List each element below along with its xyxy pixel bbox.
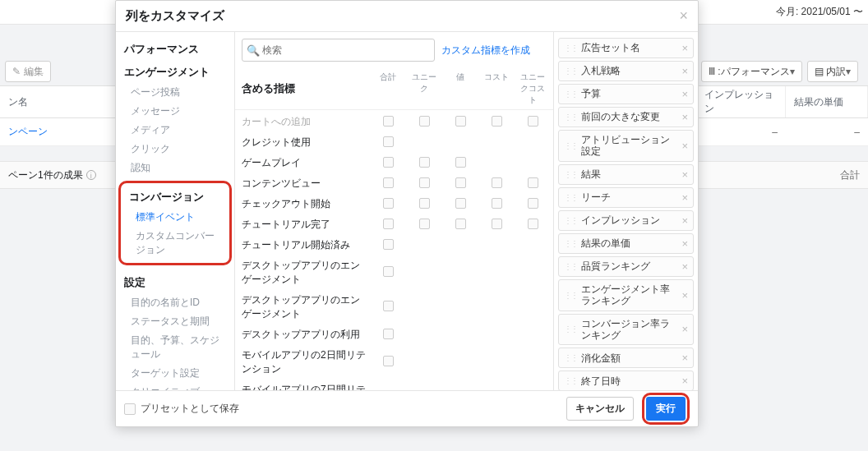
- checkbox-icon[interactable]: [419, 157, 430, 168]
- selected-column-pill[interactable]: ⋮⋮エンゲージメント率ランキング×: [558, 279, 694, 311]
- metric-checkbox-slot[interactable]: [374, 116, 402, 129]
- create-custom-metric-link[interactable]: カスタム指標を作成: [441, 44, 530, 58]
- metric-checkbox-slot[interactable]: [374, 177, 402, 191]
- checkbox-icon[interactable]: [383, 157, 394, 168]
- remove-icon[interactable]: ×: [681, 260, 688, 273]
- checkbox-icon[interactable]: [492, 198, 502, 209]
- metric-checkbox-slot[interactable]: [410, 177, 438, 191]
- remove-icon[interactable]: ×: [681, 111, 688, 123]
- nav-sub-item[interactable]: 目的、予算、スケジュール: [116, 331, 234, 364]
- nav-sub-item[interactable]: クリック: [116, 140, 234, 159]
- drag-handle-icon[interactable]: ⋮⋮: [564, 170, 577, 179]
- remove-icon[interactable]: ×: [681, 140, 688, 152]
- nav-sub-item[interactable]: メッセージ: [116, 102, 234, 121]
- metric-checkbox-slot[interactable]: [446, 116, 474, 129]
- nav-sub-item[interactable]: メディア: [116, 121, 234, 140]
- drag-handle-icon[interactable]: ⋮⋮: [564, 291, 577, 300]
- remove-icon[interactable]: ×: [681, 214, 688, 227]
- nav-sub-item[interactable]: ステータスと期間: [116, 312, 234, 331]
- checkbox-icon[interactable]: [528, 198, 538, 209]
- checkbox-icon[interactable]: [383, 356, 394, 366]
- checkbox-icon[interactable]: [455, 177, 466, 188]
- checkbox-icon[interactable]: [383, 219, 394, 229]
- checkbox-icon[interactable]: [383, 177, 394, 188]
- save-as-preset[interactable]: プリセットとして保存: [124, 402, 239, 416]
- drag-handle-icon[interactable]: ⋮⋮: [564, 141, 577, 150]
- remove-icon[interactable]: ×: [681, 65, 688, 77]
- metric-checkbox-slot[interactable]: [446, 198, 474, 211]
- selected-column-pill[interactable]: ⋮⋮結果の単価×: [558, 233, 694, 254]
- remove-icon[interactable]: ×: [681, 168, 688, 181]
- checkbox-icon[interactable]: [419, 219, 430, 229]
- remove-icon[interactable]: ×: [681, 289, 688, 301]
- checkbox-icon[interactable]: [528, 219, 538, 229]
- checkbox-icon[interactable]: [419, 198, 430, 209]
- drag-handle-icon[interactable]: ⋮⋮: [564, 353, 577, 362]
- drag-handle-icon[interactable]: ⋮⋮: [564, 44, 577, 53]
- close-icon[interactable]: ×: [679, 7, 688, 25]
- remove-icon[interactable]: ×: [681, 323, 688, 335]
- selected-column-pill[interactable]: ⋮⋮インプレッション×: [558, 210, 694, 231]
- metric-checkbox-slot[interactable]: [446, 219, 474, 232]
- selected-columns-panel[interactable]: ⋮⋮広告セット名×⋮⋮入札戦略×⋮⋮予算×⋮⋮前回の大きな変更×⋮⋮アトリビュー…: [554, 32, 698, 390]
- selected-column-pill[interactable]: ⋮⋮コンバージョン率ランキング×: [558, 314, 694, 346]
- checkbox-icon[interactable]: [455, 116, 466, 127]
- remove-icon[interactable]: ×: [681, 352, 688, 364]
- metric-checkbox-slot[interactable]: [519, 116, 547, 129]
- nav-sub-item[interactable]: ターゲット設定: [116, 364, 234, 383]
- cancel-button[interactable]: キャンセル: [566, 397, 634, 421]
- checkbox-icon[interactable]: [383, 198, 394, 209]
- nav-sub-item[interactable]: 標準イベント: [121, 208, 229, 227]
- remove-icon[interactable]: ×: [681, 191, 688, 204]
- drag-handle-icon[interactable]: ⋮⋮: [564, 216, 577, 225]
- remove-icon[interactable]: ×: [681, 375, 688, 387]
- checkbox-icon[interactable]: [528, 177, 538, 188]
- metric-checkbox-slot[interactable]: [519, 177, 547, 191]
- remove-icon[interactable]: ×: [681, 237, 688, 250]
- remove-icon[interactable]: ×: [681, 42, 688, 54]
- metric-checkbox-slot[interactable]: [410, 116, 438, 129]
- checkbox-icon[interactable]: [528, 116, 538, 127]
- checkbox-icon[interactable]: [419, 177, 430, 188]
- selected-column-pill[interactable]: ⋮⋮終了日時×: [558, 370, 694, 390]
- metric-checkbox-slot[interactable]: [482, 219, 510, 232]
- metrics-list[interactable]: カートへの追加クレジット使用ゲームプレイコンテンツビューチェックアウト開始チュー…: [235, 110, 553, 390]
- drag-handle-icon[interactable]: ⋮⋮: [564, 193, 577, 202]
- metric-checkbox-slot[interactable]: [410, 219, 438, 232]
- metric-checkbox-slot[interactable]: [519, 219, 547, 232]
- metric-checkbox-slot[interactable]: [410, 198, 438, 211]
- checkbox-icon[interactable]: [492, 116, 502, 127]
- checkbox-icon[interactable]: [419, 116, 430, 127]
- checkbox-icon[interactable]: [492, 219, 502, 229]
- preset-checkbox[interactable]: [124, 403, 136, 415]
- nav-category[interactable]: コンバージョン: [121, 185, 229, 208]
- apply-button[interactable]: 実行: [646, 397, 686, 421]
- drag-handle-icon[interactable]: ⋮⋮: [564, 67, 577, 76]
- metric-checkbox-slot[interactable]: [482, 198, 510, 211]
- checkbox-icon[interactable]: [383, 301, 394, 311]
- drag-handle-icon[interactable]: ⋮⋮: [564, 90, 577, 99]
- checkbox-icon[interactable]: [492, 177, 502, 188]
- drag-handle-icon[interactable]: ⋮⋮: [564, 324, 577, 334]
- nav-sub-item[interactable]: ページ投稿: [116, 83, 234, 102]
- checkbox-icon[interactable]: [455, 198, 466, 209]
- metric-checkbox-slot[interactable]: [446, 177, 474, 191]
- nav-sub-item[interactable]: カスタムコンバージョン: [121, 227, 229, 260]
- metric-checkbox-slot[interactable]: [374, 356, 402, 369]
- nav-category[interactable]: エンゲージメント: [116, 60, 234, 83]
- selected-column-pill[interactable]: ⋮⋮結果×: [558, 164, 694, 185]
- search-input[interactable]: [242, 39, 435, 62]
- selected-column-pill[interactable]: ⋮⋮消化金額×: [558, 347, 694, 368]
- selected-column-pill[interactable]: ⋮⋮アトリビューション設定×: [558, 130, 694, 162]
- metric-checkbox-slot[interactable]: [519, 198, 547, 211]
- checkbox-icon[interactable]: [455, 157, 466, 168]
- selected-column-pill[interactable]: ⋮⋮入札戦略×: [558, 61, 694, 81]
- nav-sub-item[interactable]: クリエイティブ: [116, 383, 234, 390]
- metric-checkbox-slot[interactable]: [482, 116, 510, 129]
- drag-handle-icon[interactable]: ⋮⋮: [564, 262, 577, 271]
- checkbox-icon[interactable]: [383, 239, 394, 250]
- selected-column-pill[interactable]: ⋮⋮広告セット名×: [558, 38, 694, 58]
- metric-checkbox-slot[interactable]: [374, 136, 402, 150]
- nav-category[interactable]: 設定: [116, 270, 234, 293]
- metric-checkbox-slot[interactable]: [446, 157, 474, 170]
